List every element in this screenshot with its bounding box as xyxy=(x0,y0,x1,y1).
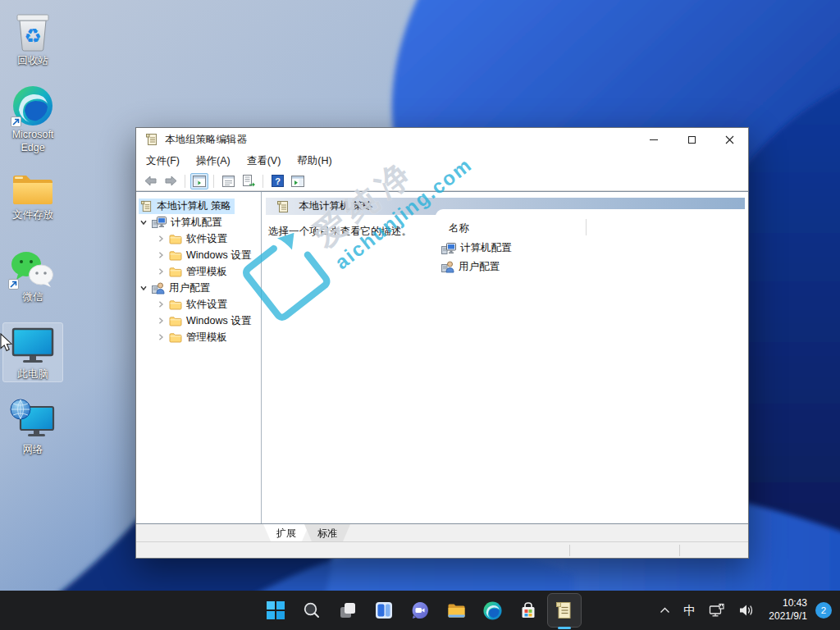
maximize-button[interactable] xyxy=(673,128,710,151)
svg-text:♻: ♻ xyxy=(24,25,42,47)
chevron-right-icon[interactable] xyxy=(154,300,167,308)
tree-item-local-computer-policy[interactable]: 本地计算机 策略 xyxy=(136,198,261,214)
chevron-right-icon[interactable] xyxy=(154,267,167,276)
chevron-down-icon[interactable] xyxy=(137,284,150,292)
column-header-name[interactable]: 名称 xyxy=(436,209,747,239)
file-explorer-icon xyxy=(447,601,466,620)
chevron-right-icon[interactable] xyxy=(154,333,167,341)
new-window-icon xyxy=(291,176,304,187)
gpo-scroll-icon xyxy=(140,200,153,212)
notification-badge[interactable]: 2 xyxy=(815,602,832,619)
tree-item-admin-templates-user[interactable]: 管理模板 xyxy=(136,329,261,345)
widgets-button[interactable] xyxy=(368,594,400,627)
export-list-icon xyxy=(242,175,255,187)
gpo-scroll-icon xyxy=(276,200,290,213)
menu-file[interactable]: 文件(F) xyxy=(138,152,188,171)
toolbar-separator xyxy=(213,175,214,188)
chevron-down-icon[interactable] xyxy=(137,218,150,226)
chat-button[interactable] xyxy=(404,594,436,627)
system-tray: 中 10:43 2021/9/1 2 xyxy=(654,591,835,630)
chevron-right-icon[interactable] xyxy=(154,251,167,259)
properties-icon xyxy=(222,176,235,187)
network-icon xyxy=(9,399,57,441)
edge-taskbar-button[interactable] xyxy=(476,594,509,627)
tree-item-label: 管理模板 xyxy=(186,265,227,279)
folder-icon xyxy=(169,250,182,261)
file-explorer-button[interactable] xyxy=(440,594,472,627)
desktop-icon-network[interactable]: 网络 xyxy=(3,399,62,457)
tree-item-user-configuration[interactable]: 用户配置 xyxy=(136,280,261,296)
desktop-icon-label: Microsoft Edge xyxy=(3,129,62,154)
network-tray-button[interactable] xyxy=(703,594,731,627)
tree-item-label: 管理模板 xyxy=(186,331,227,345)
tree-item-windows-settings[interactable]: Windows 设置 xyxy=(136,247,261,263)
clock-time: 10:43 xyxy=(769,597,807,610)
forward-icon xyxy=(164,175,178,187)
folder-icon xyxy=(11,164,55,207)
desktop-icon-label: 此电脑 xyxy=(17,368,48,381)
folder-icon xyxy=(169,332,182,343)
help-icon: ? xyxy=(272,175,284,187)
ethernet-icon xyxy=(709,603,725,618)
hidden-icons-button[interactable] xyxy=(654,594,676,627)
desktop-icon-file-folder[interactable]: 文件存放 xyxy=(3,164,62,222)
start-button[interactable] xyxy=(259,594,292,627)
window-titlebar[interactable]: 本地组策略编辑器 xyxy=(136,128,748,151)
list-item-computer-configuration[interactable]: 计算机配置 xyxy=(436,239,747,258)
help-button[interactable]: ? xyxy=(268,173,286,189)
tab-standard[interactable]: 标准 xyxy=(304,524,350,541)
view-tabs: 扩展 标准 xyxy=(136,524,748,541)
store-icon xyxy=(519,601,537,619)
ime-indicator[interactable]: 中 xyxy=(678,594,701,627)
console-body: 本地计算机 策略 计算机配置 软件设置 xyxy=(136,191,748,524)
tree-item-label: 用户配置 xyxy=(169,281,210,295)
store-button[interactable] xyxy=(512,594,545,627)
this-pc-icon xyxy=(9,323,57,366)
desktop-icon-label: 回收站 xyxy=(17,55,48,68)
task-view-button[interactable] xyxy=(331,594,364,627)
edge-icon xyxy=(12,84,53,126)
menu-action[interactable]: 操作(A) xyxy=(188,152,239,171)
show-console-tree-icon xyxy=(193,176,206,187)
desktop-icon-edge[interactable]: Microsoft Edge xyxy=(3,84,62,154)
taskbar-clock[interactable]: 10:43 2021/9/1 xyxy=(762,597,810,623)
menu-help[interactable]: 帮助(H) xyxy=(289,152,340,171)
tree-item-label: 软件设置 xyxy=(186,232,227,246)
chevron-right-icon[interactable] xyxy=(154,235,167,243)
tab-extended[interactable]: 扩展 xyxy=(263,524,309,541)
clock-date: 2021/9/1 xyxy=(769,610,807,623)
taskbar-gpedit-button[interactable] xyxy=(548,594,581,627)
desktop-icon-recycle-bin[interactable]: ♻ 回收站 xyxy=(3,10,62,68)
menu-view[interactable]: 查看(V) xyxy=(239,152,290,171)
tree-item-software-settings-user[interactable]: 软件设置 xyxy=(136,296,261,313)
recycle-bin-icon: ♻ xyxy=(14,10,52,52)
tree-item-windows-settings-user[interactable]: Windows 设置 xyxy=(136,313,261,329)
selection-description: 选择一个项目来查看它的描述。 xyxy=(268,225,412,239)
minimize-icon xyxy=(650,139,658,140)
desktop-icon-wechat[interactable]: 微信 xyxy=(3,246,62,304)
tree-item-label: Windows 设置 xyxy=(186,249,251,262)
forward-button[interactable] xyxy=(162,173,180,189)
tree-item-computer-configuration[interactable]: 计算机配置 xyxy=(136,214,261,231)
result-pane-title: 本地计算机 策略 xyxy=(299,199,373,213)
show-console-tree-button[interactable] xyxy=(190,173,208,189)
close-button[interactable] xyxy=(710,128,748,151)
chevron-right-icon[interactable] xyxy=(154,317,167,325)
search-button[interactable] xyxy=(295,594,328,627)
tree-item-admin-templates[interactable]: 管理模板 xyxy=(136,263,261,280)
tree-item-label: Windows 设置 xyxy=(186,314,251,328)
tree-item-label: 计算机配置 xyxy=(171,216,222,230)
close-icon xyxy=(725,135,734,144)
toolbar: ? xyxy=(136,171,748,191)
list-item-user-configuration[interactable]: 用户配置 xyxy=(436,258,747,276)
volume-tray-button[interactable] xyxy=(733,594,760,627)
new-window-button[interactable] xyxy=(289,173,307,189)
back-button[interactable] xyxy=(141,173,159,189)
gpedit-taskbar-icon xyxy=(555,600,574,620)
chevron-up-icon xyxy=(660,607,670,614)
tree-item-software-settings[interactable]: 软件设置 xyxy=(136,231,261,247)
properties-button[interactable] xyxy=(219,173,237,189)
minimize-button[interactable] xyxy=(635,128,673,151)
search-icon xyxy=(303,601,321,619)
export-list-button[interactable] xyxy=(240,173,258,189)
